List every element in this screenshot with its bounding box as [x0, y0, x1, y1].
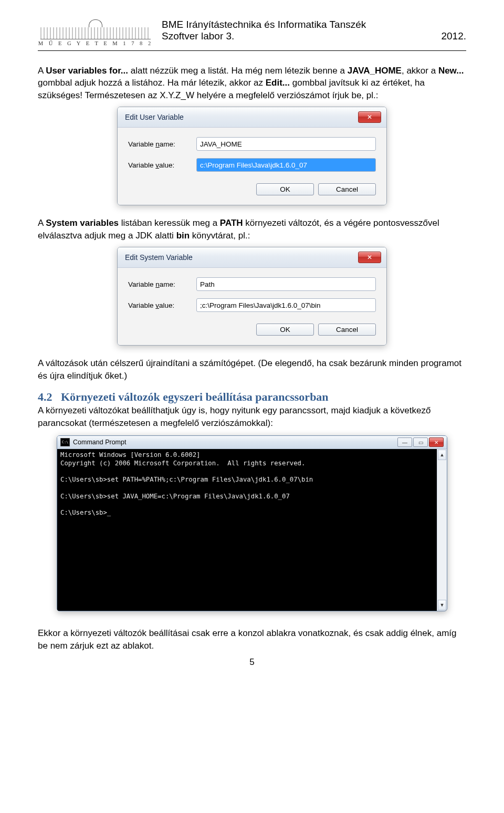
- minimize-icon[interactable]: —: [397, 437, 412, 447]
- variable-name-input[interactable]: [196, 137, 376, 151]
- variable-value-input[interactable]: [196, 298, 376, 312]
- ok-button[interactable]: OK: [256, 183, 314, 195]
- command-prompt-window: Command Prompt — ▭ ✕ Microsoft Windows […: [57, 435, 447, 611]
- dialog-title: Edit User Variable: [125, 113, 184, 121]
- edit-system-variable-dialog: Edit System Variable ✕ Variable name: Va…: [117, 247, 387, 346]
- cmd-output[interactable]: Microsoft Windows [Version 6.0.6002] Cop…: [57, 449, 437, 611]
- cmd-title: Command Prompt: [73, 439, 126, 446]
- header-course: Szoftver labor 3.: [162, 30, 234, 42]
- paragraph-user-variables: A User variables for... alatt nézzük meg…: [38, 65, 466, 101]
- header-year: 2012.: [441, 30, 466, 42]
- variable-name-label: Variable name:: [128, 140, 196, 148]
- scrollbar[interactable]: ▲ ▼: [437, 449, 447, 611]
- paragraph-restart: A változások után célszerű újraindítani …: [38, 357, 466, 382]
- cancel-button[interactable]: Cancel: [318, 324, 376, 336]
- paragraph-scope-note: Ekkor a környezeti változók beállításai …: [38, 627, 466, 652]
- variable-value-input[interactable]: [196, 158, 376, 172]
- paragraph-system-variables: A System variables listában keressük meg…: [38, 217, 466, 242]
- logo-text: M Ű E G Y E T E M 1 7 8 2: [38, 40, 153, 46]
- dialog-title: Edit System Variable: [125, 253, 193, 262]
- variable-value-label: Variable value:: [128, 161, 196, 169]
- section-heading: 4.2 Környezeti változók egyszeri beállít…: [38, 390, 466, 404]
- scroll-down-icon[interactable]: ▼: [438, 600, 446, 610]
- maximize-icon[interactable]: ▭: [413, 437, 428, 447]
- close-icon[interactable]: ✕: [429, 437, 444, 447]
- scroll-up-icon[interactable]: ▲: [438, 450, 446, 460]
- paragraph-commandline-intro: A környezeti változókat beállíthatjuk úg…: [38, 404, 466, 429]
- cancel-button[interactable]: Cancel: [318, 183, 376, 195]
- cmd-icon: [60, 438, 70, 446]
- header-rule: [38, 50, 466, 51]
- header-dept: BME Irányítástechnika és Informatika Tan…: [162, 19, 466, 30]
- university-logo: M Ű E G Y E T E M 1 7 8 2: [38, 19, 153, 48]
- page-number: 5: [38, 657, 466, 668]
- ok-button[interactable]: OK: [256, 324, 314, 336]
- close-icon[interactable]: ✕: [358, 252, 381, 263]
- variable-value-label: Variable value:: [128, 301, 196, 309]
- variable-name-input[interactable]: [196, 277, 376, 291]
- page-header: M Ű E G Y E T E M 1 7 8 2 BME Irányítást…: [38, 19, 466, 48]
- close-icon[interactable]: ✕: [358, 111, 381, 123]
- edit-user-variable-dialog: Edit User Variable ✕ Variable name: Vari…: [117, 107, 387, 205]
- variable-name-label: Variable name:: [128, 280, 196, 288]
